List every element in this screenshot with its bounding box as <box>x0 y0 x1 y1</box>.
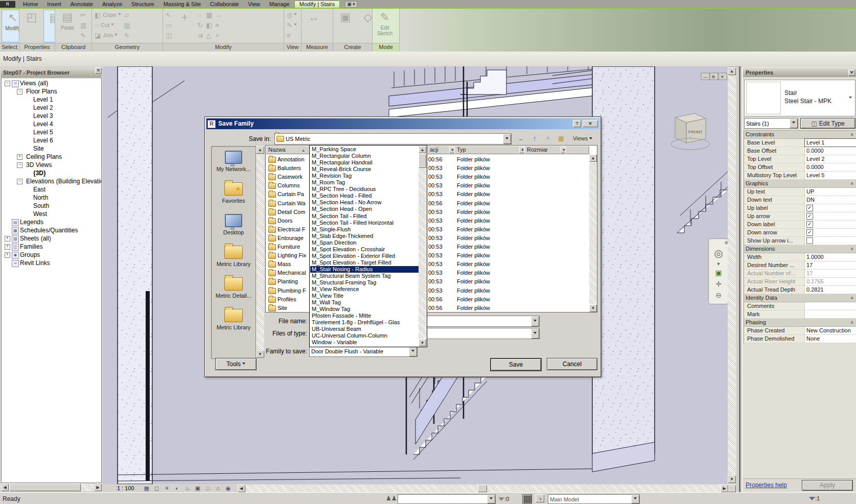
section-graphics[interactable]: Graphics« <box>744 180 856 188</box>
checkbox-checked-icon[interactable]: ✓ <box>806 229 813 236</box>
checkbox-checked-icon[interactable]: ✓ <box>806 221 813 228</box>
properties-title[interactable]: Properties <box>743 68 856 77</box>
modify-button[interactable]: ↖Modify <box>2 10 19 42</box>
place-favorites[interactable]: ★Favorites <box>212 182 256 204</box>
copy-clipboard-icon[interactable]: ▥ <box>79 20 88 30</box>
chevron-down-icon[interactable] <box>849 97 852 100</box>
navigation-bar[interactable]: ⊗ ◎ ▼ ▣ ✛ ⊖ <box>708 238 729 304</box>
scroll-down-icon[interactable]: ▼ <box>419 339 426 346</box>
tree-item-schedules-quantities[interactable]: ▦Schedules/Quantities <box>2 226 102 234</box>
create-similar-button[interactable]: ◇ <box>357 10 372 42</box>
detail-level-icon[interactable]: ▦ <box>142 485 151 492</box>
checkbox-unchecked-icon[interactable] <box>806 237 813 244</box>
tab-view[interactable]: View <box>243 1 265 8</box>
navbar-close-icon[interactable]: ⊗ <box>709 240 730 245</box>
tree-item-views-all-[interactable]: −⌑Views (all) <box>2 79 102 87</box>
chevron-down-icon[interactable] <box>503 134 511 144</box>
view-window-buttons[interactable]: — ⧉ ✕ <box>701 73 727 80</box>
type-selector[interactable]: Stair Steel Stair - MPK <box>744 80 855 116</box>
expand-icon[interactable]: + <box>5 244 10 250</box>
collapse-chevron-icon[interactable]: « <box>849 182 856 185</box>
place-metric-library[interactable]: Metric Library <box>212 309 256 330</box>
column-header-size[interactable]: Rozmiar ▼ <box>524 146 568 154</box>
design-option-select[interactable]: Main Model <box>548 494 640 504</box>
dropdown-item[interactable]: M_Section Head - Filled <box>310 193 420 199</box>
cut-clipboard-icon[interactable]: ✂ <box>79 10 88 20</box>
project-browser-title[interactable]: Step07 - Project Browser <box>1 68 102 77</box>
scroll-left-icon[interactable]: ◀ <box>238 485 245 492</box>
trim-icon[interactable]: ◧ <box>204 20 214 30</box>
chevron-down-icon[interactable] <box>631 495 639 503</box>
temporary-hide-isolate-icon[interactable]: ⌂ <box>214 485 223 492</box>
chevron-down-icon[interactable] <box>409 346 417 356</box>
dropdown-item[interactable]: M_View Reference <box>310 286 420 293</box>
section-phasing[interactable]: Phasing« <box>744 319 856 327</box>
scroll-thumb[interactable] <box>478 485 487 492</box>
tree-item--3d-[interactable]: {3D} <box>2 169 102 177</box>
scroll-track[interactable] <box>728 76 736 475</box>
save-in-select[interactable]: US Metric <box>274 133 512 145</box>
viewcube-front-label[interactable]: FRONT <box>688 130 703 134</box>
tree-item-revit-links[interactable]: ∞Revit Links <box>2 259 102 267</box>
scroll-right-icon[interactable]: ▶ <box>721 485 728 492</box>
expand-icon[interactable]: + <box>17 154 22 160</box>
scroll-track[interactable] <box>419 169 426 339</box>
go-to-option-icon[interactable]: ↘ <box>536 494 544 502</box>
scroll-thumb[interactable] <box>9 484 81 491</box>
dropdown-item[interactable]: UB-Universal Beam <box>310 326 420 332</box>
dropdown-item[interactable]: M_Spot Elevation - Exterior Filled <box>310 253 420 259</box>
beam-icon[interactable]: ▱ <box>123 10 132 20</box>
tab-analyze[interactable]: Analyze <box>98 1 127 8</box>
join-button[interactable]: ◪Join <box>93 30 123 40</box>
application-menu-button[interactable]: R <box>0 1 15 8</box>
left-column[interactable] <box>108 66 184 484</box>
dropdown-item[interactable]: M_Section Tail - Filled <box>310 213 420 220</box>
pan-icon[interactable]: ✛ <box>709 280 728 288</box>
properties-help-link[interactable]: Properties help <box>746 482 787 489</box>
properties-toggle-button[interactable]: ▤ <box>43 10 55 42</box>
scale-button[interactable]: 1 : 100 <box>117 485 134 491</box>
expand-icon[interactable]: + <box>5 236 10 242</box>
tree-item-west[interactable]: West <box>2 210 102 218</box>
collapse-icon[interactable]: − <box>17 89 22 94</box>
tree-item-level-1[interactable]: Level 1 <box>2 95 102 104</box>
dropdown-item[interactable]: M_Section Tail - Filled Horizontal <box>310 220 420 226</box>
cut-geometry-button[interactable]: ○Cut <box>93 20 123 30</box>
file-list-scrollbar[interactable]: ▲ ▼ <box>589 154 597 312</box>
dropdown-item[interactable]: M_View Title <box>310 293 420 299</box>
dropdown-item[interactable]: Pfosten Fassade - Mitte <box>310 313 420 319</box>
viewcube[interactable]: FRONT <box>671 113 710 150</box>
paint-icon[interactable]: ✎ <box>123 30 132 40</box>
scale-icon[interactable]: △ <box>204 30 214 40</box>
create-group-button[interactable]: ▣ <box>335 10 356 42</box>
tree-item-legends[interactable]: ▤Legends <box>2 218 102 226</box>
tree-item-site[interactable]: Site <box>2 145 102 153</box>
editing-requests-icon[interactable]: :0 <box>498 495 509 502</box>
graphic-display-icon[interactable]: ✎ <box>285 20 298 30</box>
scroll-left-icon[interactable]: ◀ <box>1 484 9 491</box>
close-icon[interactable]: ✕ <box>583 120 598 127</box>
chevron-down-icon[interactable] <box>531 328 539 339</box>
checkbox-checked-icon[interactable]: ✓ <box>806 213 813 220</box>
tree-item-elevations-building-elevation[interactable]: −Elevations (Building Elevation <box>2 177 102 185</box>
upper-stair-flight[interactable] <box>677 172 728 233</box>
collapse-icon[interactable]: − <box>17 162 22 168</box>
paste-button[interactable]: ▤Paste <box>57 10 78 42</box>
section-constraints[interactable]: Constraints« <box>744 131 856 139</box>
up-one-level-icon[interactable]: ↑ <box>529 133 540 143</box>
scroll-up-icon[interactable]: ▲ <box>589 154 597 162</box>
collapse-icon[interactable]: − <box>17 179 22 184</box>
cancel-button[interactable]: Cancel <box>547 358 597 370</box>
show-crop-region-icon[interactable]: □ <box>203 485 213 492</box>
dropdown-item[interactable]: M_Window Tag <box>310 306 420 313</box>
cope-button[interactable]: ◧Cope <box>93 10 123 20</box>
shadows-icon[interactable]: ◐ <box>173 485 182 492</box>
collapse-chevron-icon[interactable]: « <box>849 297 856 300</box>
filter-icon[interactable]: :1 <box>809 495 820 502</box>
rotate-icon[interactable]: ↻ <box>196 20 204 30</box>
steering-wheel-icon[interactable]: ◎ <box>709 247 728 259</box>
collapse-icon[interactable]: − <box>5 81 10 86</box>
scroll-down-icon[interactable]: ▼ <box>589 304 597 312</box>
panel-splitter[interactable] <box>739 66 741 492</box>
panel-toggle-icon[interactable]: ▣ ▾ <box>345 1 357 8</box>
